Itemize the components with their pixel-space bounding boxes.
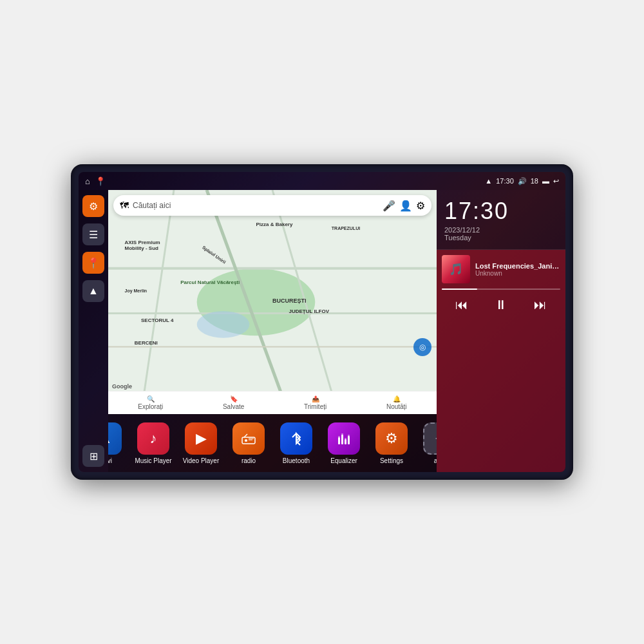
clock-day-value: Tuesday xyxy=(444,234,471,242)
music-artist: Unknown xyxy=(475,270,560,277)
google-logo: Google xyxy=(112,383,132,390)
music-progress-fill xyxy=(442,289,477,290)
map-svg xyxy=(108,190,437,414)
grid-icon: ⊞ xyxy=(90,450,98,462)
settings-label: Settings xyxy=(380,457,403,464)
map-saved-btn[interactable]: 🔖 Salvate xyxy=(223,395,244,410)
sidebar-item-menu[interactable]: ☰ xyxy=(82,223,104,245)
video-player-icon: ▶ xyxy=(185,422,217,455)
add-app-icon: + xyxy=(423,422,437,455)
status-bar: ⌂ 📍 ▲ 17:30 🔊 18 ▬ ↩ xyxy=(79,172,565,190)
map-container[interactable]: 🗺 Căutați aici 🎤 👤 ⚙ xyxy=(108,190,437,414)
navi-label: Navi xyxy=(108,457,112,464)
svg-rect-16 xyxy=(341,433,343,435)
sidebar-item-apps[interactable]: ⊞ xyxy=(82,445,104,467)
center-content: 🗺 Căutați aici 🎤 👤 ⚙ xyxy=(108,190,437,472)
music-widget: 🎵 Lost Frequencies_Janie... Unknown ⏮ ⏸ xyxy=(437,250,565,472)
svg-rect-19 xyxy=(348,436,350,444)
nav-arrow-icon: ▲ xyxy=(88,285,99,297)
music-controls: ⏮ ⏸ ⏭ xyxy=(442,295,560,315)
next-track-button[interactable]: ⏭ xyxy=(529,295,552,315)
menu-icon: ☰ xyxy=(89,229,98,241)
app-dock: ▲ Navi ♪ Music Player ▶ Vid xyxy=(108,414,437,472)
google-maps-icon: 🗺 xyxy=(120,200,129,211)
navi-icon: ▲ xyxy=(108,422,122,455)
equalizer-label: Equalizer xyxy=(330,457,357,464)
app-navi[interactable]: ▲ Navi xyxy=(108,422,128,464)
explore-label: Explorați xyxy=(138,403,163,410)
map-background: 🗺 Căutați aici 🎤 👤 ⚙ xyxy=(108,190,437,414)
account-icon[interactable]: 👤 xyxy=(399,200,412,212)
svg-point-9 xyxy=(245,439,247,442)
play-pause-button[interactable]: ⏸ xyxy=(489,295,513,315)
map-search-placeholder[interactable]: Căutați aici xyxy=(133,201,379,210)
back-icon[interactable]: ↩ xyxy=(553,177,559,185)
music-progress-bar[interactable] xyxy=(442,289,560,290)
svg-rect-18 xyxy=(345,438,346,439)
app-equalizer[interactable]: Equalizer xyxy=(321,422,366,464)
svg-point-7 xyxy=(197,311,250,338)
nav-location-btn[interactable]: ◎ xyxy=(413,338,431,356)
saved-label: Salvate xyxy=(223,403,244,410)
right-panel: 17:30 2023/12/12 Tuesday 🎵 Lost Frequenc… xyxy=(437,190,565,472)
settings-icon: ⚙ xyxy=(89,200,98,213)
music-player-label: Music Player xyxy=(135,457,171,464)
home-icon[interactable]: ⌂ xyxy=(85,176,90,186)
map-nav-icon[interactable]: 📍 xyxy=(95,176,106,186)
app-radio[interactable]: radio xyxy=(226,422,271,464)
map-bottom-bar: 🔍 Explorați 🔖 Salvate 📤 Trimiteți xyxy=(108,391,437,414)
sidebar-item-settings[interactable]: ⚙ xyxy=(82,195,104,217)
map-news-btn[interactable]: 🔔 Noutăți xyxy=(386,395,407,410)
battery-icon: ▬ xyxy=(542,177,549,185)
app-music-player[interactable]: ♪ Music Player xyxy=(131,422,176,464)
main-area: ⚙ ☰ 📍 ▲ ⊞ xyxy=(79,190,565,472)
battery-level: 18 xyxy=(531,177,538,185)
map-explore-btn[interactable]: 🔍 Explorați xyxy=(138,395,163,410)
sidebar-item-map[interactable]: 📍 xyxy=(82,252,104,274)
settings-map-icon[interactable]: ⚙ xyxy=(416,200,425,212)
map-share-btn[interactable]: 📤 Trimiteți xyxy=(304,395,327,410)
clock-time: 17:30 xyxy=(444,198,558,225)
news-label: Noutăți xyxy=(386,403,407,410)
app-bluetooth[interactable]: Bluetooth xyxy=(274,422,319,464)
svg-rect-14 xyxy=(338,436,340,437)
svg-rect-17 xyxy=(345,439,346,444)
wifi-icon: ▲ xyxy=(485,177,492,185)
album-art-image: 🎵 xyxy=(442,255,470,283)
clock-date: 2023/12/12 Tuesday xyxy=(444,226,558,242)
music-album-art: 🎵 xyxy=(442,255,470,283)
equalizer-icon xyxy=(328,422,360,455)
share-label: Trimiteți xyxy=(304,403,327,410)
app-settings[interactable]: ⚙ Settings xyxy=(369,422,414,464)
sidebar-item-nav[interactable]: ▲ xyxy=(82,280,104,302)
map-pin-icon: 📍 xyxy=(87,257,100,269)
share-icon: 📤 xyxy=(312,395,319,402)
bluetooth-label: Bluetooth xyxy=(283,457,310,464)
music-title: Lost Frequencies_Janie... xyxy=(475,262,560,270)
radio-label: radio xyxy=(242,457,256,464)
video-player-label: Video Player xyxy=(183,457,220,464)
music-player-icon: ♪ xyxy=(137,422,169,455)
device-screen: ⌂ 📍 ▲ 17:30 🔊 18 ▬ ↩ ⚙ ☰ xyxy=(79,172,565,472)
app-add[interactable]: + add xyxy=(417,422,437,464)
status-right: ▲ 17:30 🔊 18 ▬ ↩ xyxy=(485,177,559,185)
left-sidebar: ⚙ ☰ 📍 ▲ ⊞ xyxy=(79,190,108,472)
status-time: 17:30 xyxy=(496,177,514,185)
map-search-bar[interactable]: 🗺 Căutați aici 🎤 👤 ⚙ xyxy=(113,195,431,216)
news-icon: 🔔 xyxy=(393,395,401,402)
music-text: Lost Frequencies_Janie... Unknown xyxy=(475,262,560,277)
music-info: 🎵 Lost Frequencies_Janie... Unknown xyxy=(442,255,560,283)
clock-widget: 17:30 2023/12/12 Tuesday xyxy=(437,190,565,250)
prev-track-button[interactable]: ⏮ xyxy=(450,295,473,315)
status-left: ⌂ 📍 xyxy=(85,176,106,186)
clock-date-value: 2023/12/12 xyxy=(444,226,480,234)
svg-rect-15 xyxy=(341,435,343,444)
saved-icon: 🔖 xyxy=(230,395,238,402)
bluetooth-icon xyxy=(280,422,312,455)
mic-icon[interactable]: 🎤 xyxy=(383,200,395,212)
settings-app-icon: ⚙ xyxy=(375,422,408,455)
svg-rect-13 xyxy=(338,437,340,444)
app-video-player[interactable]: ▶ Video Player xyxy=(178,422,223,464)
volume-icon: 🔊 xyxy=(518,177,527,185)
svg-line-6 xyxy=(141,190,174,414)
